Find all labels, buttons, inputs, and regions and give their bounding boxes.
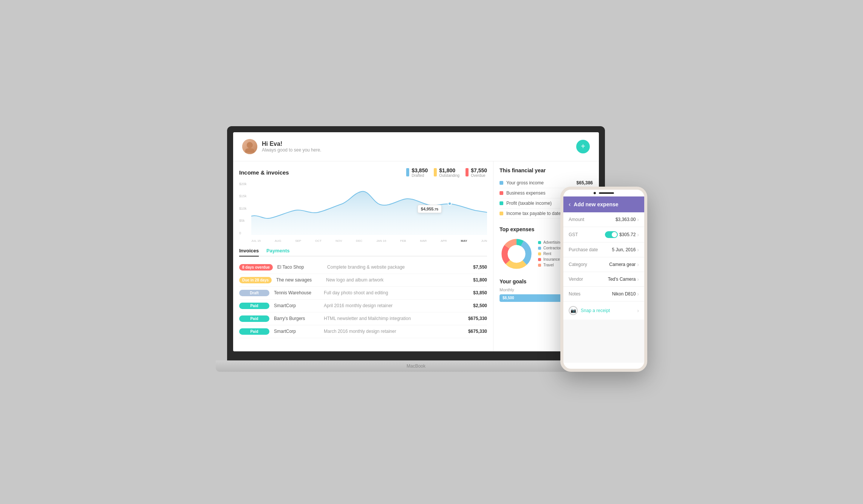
chart-x-labels: JUL 15 AUG SEP OCT NOV DEC JAN 16 FEB MA… (251, 239, 487, 243)
tab-invoices[interactable]: Invoices (239, 246, 259, 257)
x-jun: JUN (481, 239, 487, 243)
phone-value-purchase-date: 5 Jun, 2016 › (612, 247, 639, 253)
macbook-screen-outer: Hi Eva! Always good to see you here. + I… (227, 126, 605, 360)
add-button[interactable]: + (576, 140, 590, 153)
status-badge: Paid (239, 303, 269, 309)
phone-camera (594, 192, 596, 194)
donut-legend: Advertising Contractors Rent (538, 240, 563, 267)
legend-outstanding-info: $1,800 Outstanding (439, 167, 459, 178)
phone-label-purchase-date: Purchase date (569, 247, 598, 252)
phone-row-amount[interactable]: Amount $3,363.00 › (563, 212, 644, 227)
invoice-desc: April 2016 monthly design retainer (324, 303, 456, 308)
goal-bar-fill: $8,500 (500, 294, 565, 302)
invoice-client: SmartCorp (274, 329, 319, 334)
legend-drafted-dot (406, 168, 409, 176)
phone-screen-title: Add new expense (574, 201, 618, 207)
x-feb: FEB (400, 239, 406, 243)
phone-body: Amount $3,363.00 › GST $305.72 › Purc (563, 212, 644, 320)
phone-row-vendor[interactable]: Vendor Ted's Camera › (563, 272, 644, 287)
macbook: Hi Eva! Always good to see you here. + I… (216, 126, 616, 372)
phone-row-gst[interactable]: GST $305.72 › (563, 227, 644, 243)
invoice-client: SmartCorp (274, 303, 319, 308)
fy-label-expenses: Business expenses (506, 190, 545, 196)
legend-dot-rent (538, 252, 541, 255)
legend-overdue-info: $7,550 Overdue (471, 167, 487, 178)
fy-label-tax: Income tax payable to date (506, 211, 561, 216)
phone-header: ‹ Add new expense (563, 196, 644, 212)
income-section-header: Income & invoices $3,850 Drafted (239, 167, 487, 178)
x-jul: JUL 15 (251, 239, 261, 243)
status-badge: Draft (239, 290, 269, 296)
scene: Hi Eva! Always good to see you here. + I… (216, 126, 647, 378)
table-row: 8 days overdue El Taco Shop Complete bra… (239, 261, 487, 274)
svg-point-6 (508, 245, 526, 263)
chevron-right-icon: › (637, 232, 639, 238)
chevron-right-icon: › (637, 276, 639, 282)
legend-label-insurance: Insurance (543, 257, 560, 261)
invoice-list: 8 days overdue El Taco Shop Complete bra… (239, 261, 487, 338)
overdue-amount: $7,550 (471, 167, 487, 173)
fy-dot-profit (500, 201, 503, 205)
fy-row-left: Business expenses (500, 190, 545, 196)
y-label-0: 0 (239, 231, 247, 235)
macbook-screen: Hi Eva! Always good to see you here. + I… (233, 132, 599, 351)
legend-drafted-info: $3,850 Drafted (411, 167, 428, 178)
invoice-desc: New logo and album artwork (326, 277, 456, 283)
phone-row-notes[interactable]: Notes Nikon D810 › (563, 287, 644, 301)
phone-label-category: Category (569, 262, 587, 267)
phone-value-vendor: Ted's Camera › (608, 276, 639, 282)
avatar (242, 139, 257, 154)
legend-item-contractors: Contractors (538, 246, 563, 250)
fy-dot-expenses (500, 191, 503, 195)
legend-label-rent: Rent (543, 252, 551, 256)
gst-toggle[interactable] (605, 231, 618, 238)
snap-left: 📷 Snap a receipt (569, 306, 610, 315)
legend-label-travel: Travel (543, 263, 554, 267)
phone-label-amount: Amount (569, 217, 584, 222)
x-aug: AUG (275, 239, 281, 243)
x-dec: DEC (356, 239, 362, 243)
phone-value-category: Camera gear › (609, 261, 639, 267)
income-title: Income & invoices (239, 169, 289, 176)
legend-outstanding: $1,800 Outstanding (434, 167, 459, 178)
x-jan: JAN 16 (376, 239, 386, 243)
legend-item-travel: Travel (538, 263, 563, 267)
legend-item-insurance: Insurance (538, 257, 563, 261)
phone-value-amount: $3,363.00 › (616, 216, 639, 223)
table-row: Draft Tennis Warehouse Full day photo sh… (239, 287, 487, 300)
phone-back-button[interactable]: ‹ (569, 201, 571, 208)
invoice-desc: Full day photo shoot and editing (324, 290, 456, 295)
phone-screen: ‹ Add new expense Amount $3,363.00 › GST… (563, 196, 644, 363)
y-label-5k: $5k (239, 219, 247, 223)
greeting: Hi Eva! Always good to see you here. (262, 141, 321, 153)
legend-dot-insurance (538, 258, 541, 261)
invoice-amount: $2,500 (461, 303, 487, 308)
y-label-15k: $15k (239, 194, 247, 198)
invoice-amount: $3,850 (461, 290, 487, 295)
invoice-client: Barry's Burgers (274, 316, 319, 321)
chevron-right-icon: › (637, 261, 639, 267)
fy-row-left: Income tax payable to date (500, 211, 561, 216)
phone-row-category[interactable]: Category Camera gear › (563, 257, 644, 272)
status-badge: 8 days overdue (239, 264, 273, 271)
phone-row-purchase-date[interactable]: Purchase date 5 Jun, 2016 › (563, 243, 644, 257)
fy-row-left: Profit (taxable income) (500, 201, 552, 206)
phone-value-gst: $305.72 › (605, 231, 639, 238)
x-nov: NOV (336, 239, 342, 243)
legend-dot-advertising (538, 241, 541, 244)
invoice-amount: $675,330 (461, 316, 487, 321)
chevron-right-icon: › (637, 216, 639, 223)
phone-notch (563, 190, 644, 196)
table-row: Paid Barry's Burgers HTML newsletter and… (239, 312, 487, 325)
chart-y-labels: $20k $15k $10k $5k 0 (239, 182, 247, 235)
phone-snap-receipt[interactable]: 📷 Snap a receipt › (563, 301, 644, 320)
table-row: Paid SmartCorp April 2016 monthly design… (239, 300, 487, 312)
phone-label-vendor: Vendor (569, 277, 583, 282)
table-row: Paid SmartCorp March 2016 monthly design… (239, 325, 487, 338)
tab-payments[interactable]: Payments (266, 246, 289, 256)
table-row: Due in 28 days The new savages New logo … (239, 274, 487, 287)
greeting-title: Hi Eva! (262, 141, 321, 147)
phone-speaker (599, 192, 614, 194)
phone: ‹ Add new expense Amount $3,363.00 › GST… (560, 187, 647, 372)
phone-label-notes: Notes (569, 291, 580, 297)
